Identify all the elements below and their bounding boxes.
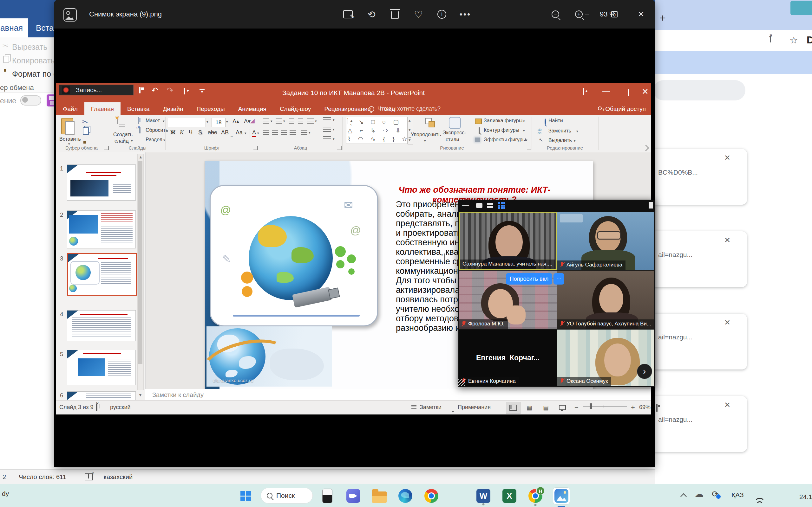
notes-pane[interactable]: Заметки к слайду [145,389,651,400]
suggestion-card[interactable]: ail=nazgu... ✕ [651,231,747,287]
shape-row[interactable]: ╲ ↘ □ ○ ▢ [348,118,406,126]
participant-tile-5[interactable]: Евгения Корчаг... Евгения Корчагина [459,330,557,386]
arrange-button[interactable]: Упорядочить [411,132,441,137]
undo-icon[interactable]: ↶ [151,86,158,95]
font-dialog-launcher[interactable] [253,146,258,150]
paste-button[interactable]: Вставить [59,136,81,142]
numbering-icon[interactable] [275,118,282,124]
tab-transitions[interactable]: Переходы [190,102,232,115]
tab-slideshow[interactable]: Слайд-шоу [273,102,318,115]
profile-avatar[interactable]: D [807,34,812,46]
participant-tile-1[interactable]: Сахинура Манапова, учитель нач.... [459,212,557,270]
font-name-dropdown[interactable]: ▾ [206,120,208,124]
word-copy-button[interactable]: Копировать [12,56,55,65]
shapes-more-icon[interactable]: ▾ [409,137,411,142]
new-tab-button[interactable]: + [656,11,670,25]
font-color-button[interactable]: А [252,129,256,137]
resize-handle[interactable] [458,379,465,386]
shape-effects-button[interactable]: Эффекты фигуры [484,137,526,143]
align-text-icon[interactable] [323,127,331,132]
new-slide-label-2[interactable]: слайд [114,138,129,144]
info-icon[interactable]: i [433,5,451,23]
spellcheck-icon[interactable] [96,403,97,411]
close-button[interactable]: ✕ [631,5,651,23]
notes-toggle[interactable]: Заметки [420,404,442,411]
shape-row[interactable]: ⌇ ◠ ∿ { } ☆ [348,135,406,143]
font-size-dropdown[interactable]: ▾ [226,120,228,124]
delete-icon[interactable] [386,5,404,23]
smartart-convert-icon[interactable] [323,136,331,141]
shape-fill-button[interactable]: Заливка фигуры [484,118,522,124]
edge-button[interactable] [397,488,414,504]
new-slide-label-1[interactable]: Создать [113,132,133,137]
character-spacing-button[interactable]: АВ [221,129,229,136]
close-icon[interactable]: ✕ [724,400,730,409]
normal-view-button[interactable] [506,402,520,414]
edit-image-icon[interactable] [339,5,357,23]
chrome-button[interactable] [423,488,440,504]
text-shadow-button[interactable]: S [198,129,202,136]
shape-row[interactable]: △ ⌐ ↳ ⇨ ⇩ ⌂ [348,126,406,135]
word-language[interactable]: казахский [104,473,133,481]
close-icon[interactable]: ✕ [724,236,730,245]
word-toggle-switch[interactable] [20,95,41,106]
rotate-icon[interactable]: ⟲ [362,5,380,23]
ribbon-display-options-icon[interactable] [583,88,584,95]
drawing-dialog-launcher[interactable] [527,146,531,150]
strikethrough-button[interactable]: abc [208,129,217,136]
word-status-page[interactable]: 2 [3,473,6,481]
ppt-restore-icon[interactable] [628,89,629,96]
sync-icon[interactable]: ⟳ [712,489,719,499]
cut-icon[interactable]: ✂ [82,118,88,126]
photos-taskbar-button[interactable] [553,488,570,504]
zoom-slider-thumb[interactable] [590,403,592,409]
share-button[interactable]: Общий доступ [597,102,646,115]
chrome-profile-button[interactable]: H [527,488,544,504]
redo-icon[interactable]: ↷ [166,86,173,95]
underline-button[interactable]: Ч [189,129,193,136]
browser-tab-fragment[interactable] [791,1,812,15]
share-icon[interactable] [770,36,771,43]
align-center-icon[interactable] [272,130,278,135]
browser-search-pill[interactable] [653,80,745,101]
close-icon[interactable]: ✕ [724,153,730,162]
increase-indent-icon[interactable] [298,118,303,124]
shapes-scroll-up-icon[interactable]: ▴ [409,118,411,123]
more-options-icon[interactable]: ••• [456,5,474,23]
zoom-percent[interactable]: 69% [639,404,651,411]
select-button[interactable]: Выделить [548,137,572,143]
collapse-ribbon-icon[interactable] [643,145,649,151]
close-icon[interactable]: ✕ [724,318,730,327]
tab-insert[interactable]: Вставка [120,102,156,115]
text-direction-icon[interactable] [323,117,331,122]
start-button[interactable] [237,488,254,504]
widgets-weather-partial[interactable]: dy [2,490,9,498]
quick-styles-label-1[interactable]: Экспресс- [443,130,466,135]
zoom-slider-track[interactable] [583,406,627,406]
section-button[interactable]: Раздел [146,137,162,143]
input-language[interactable]: ҚАЗ [731,491,744,499]
zoom-out-icon[interactable]: − [547,5,564,23]
tile-more-options-button[interactable]: ··· [554,273,564,285]
shapes-gallery[interactable]: ╲ ↘ □ ○ ▢△ ⌐ ↳ ⇨ ⇩ ⌂⌇ ◠ ∿ { } ☆ [346,117,408,144]
paragraph-dialog-launcher[interactable] [337,146,342,150]
participant-tile-4[interactable]: УО Голубой парус, Ахлупина Ви... [557,271,654,329]
font-name-input[interactable] [168,118,206,127]
word-tab-home[interactable]: лавная [0,18,28,38]
slide-sorter-view-button[interactable]: ▦ [522,402,537,413]
clock[interactable]: 24.1 [799,493,812,501]
find-button[interactable]: Найти [548,118,563,124]
onedrive-icon[interactable]: ☁ [695,489,704,499]
maximize-button[interactable] [604,5,624,23]
excel-button[interactable]: X [501,488,518,504]
grow-font-button[interactable]: A▴ [233,118,239,125]
file-explorer-button[interactable] [371,488,388,504]
zoom-minimize-icon[interactable]: — [461,200,470,210]
font-size-input[interactable]: 18 [212,118,225,127]
change-case-button[interactable]: Aa [236,129,243,136]
slide-thumbnail-6[interactable] [67,391,136,400]
gallery-next-button[interactable]: › [637,364,652,379]
proofing-icon[interactable] [85,473,93,481]
justify-icon[interactable] [290,130,296,135]
clipboard-dialog-launcher[interactable] [104,146,109,150]
